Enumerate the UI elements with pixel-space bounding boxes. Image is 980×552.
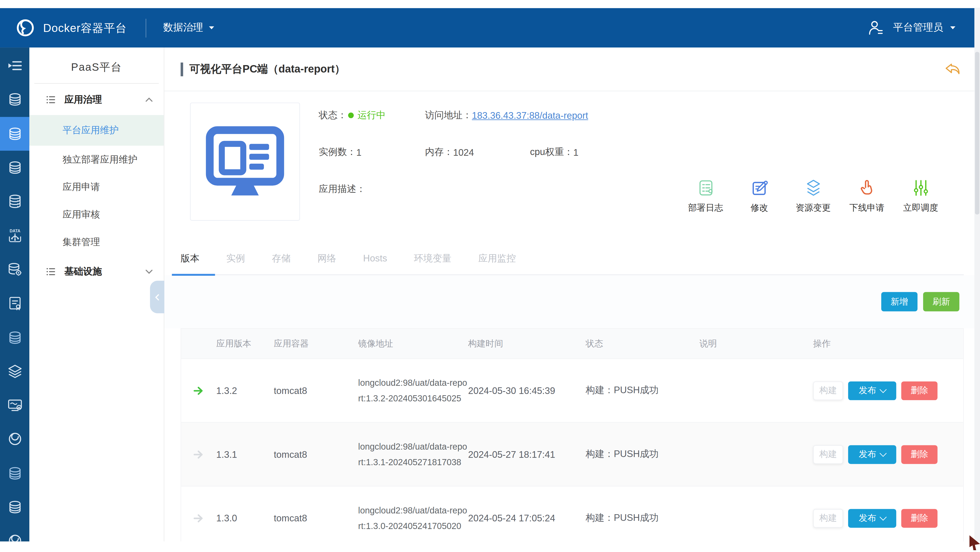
action-label: 立即调度	[903, 203, 938, 214]
sidebar-collapse-handle[interactable]	[150, 281, 164, 313]
data-flow-icon	[6, 228, 23, 244]
sidebar-item-label: 独立部署应用维护	[62, 153, 138, 166]
rail-item-database-4[interactable]	[0, 321, 29, 354]
add-button[interactable]: 新增	[881, 292, 918, 311]
edit-icon	[750, 178, 769, 198]
rail-item-database-6[interactable]	[0, 490, 29, 524]
table-row-version-1-3-0: 1.3.0 tomcat8 longcloud2:98/uat/data-rep…	[181, 486, 963, 542]
action-modify[interactable]: 修改	[741, 178, 777, 214]
cell-build-time: 2024-05-30 16:45:39	[468, 385, 585, 396]
cpu-value: 1	[573, 147, 578, 158]
build-button[interactable]: 构建	[813, 509, 843, 527]
database-icon	[6, 329, 23, 345]
delete-button[interactable]: 删除	[901, 445, 937, 463]
rail-item-database-2-active[interactable]	[0, 116, 29, 151]
sidebar-item-cluster-management[interactable]: 集群管理	[29, 228, 164, 256]
table-toolbar: 新增 刷新	[164, 275, 980, 328]
back-arrow-icon[interactable]	[944, 61, 961, 78]
publish-label: 发布	[859, 512, 877, 524]
rail-item-database-rack[interactable]	[0, 185, 29, 219]
publish-button[interactable]: 发布	[848, 381, 896, 400]
rail-item-swirl-1[interactable]	[0, 422, 29, 456]
sidebar-item-app-application[interactable]: 应用申请	[29, 173, 164, 201]
certificate-icon	[6, 295, 23, 311]
rail-item-database-3[interactable]	[0, 151, 29, 185]
action-label: 下线申请	[850, 203, 884, 214]
sidebar-group-infrastructure[interactable]: 基础设施	[29, 256, 164, 287]
action-deploy-log[interactable]: 部署日志	[687, 178, 724, 214]
app-actions: 部署日志 修改 资源变更 下线申请 立即调度	[670, 178, 939, 214]
monitor-gear-icon	[6, 397, 23, 413]
cell-status: 构建：PUSH成功	[586, 512, 700, 524]
cell-image: longcloud2:98/uat/data-report:1.3.1-2024…	[358, 439, 468, 470]
rail-item-monitor-gear[interactable]	[0, 388, 29, 422]
sidebar-item-platform-app-maintenance[interactable]: 平台应用维护	[29, 115, 164, 146]
tab-network[interactable]: 网络	[318, 252, 336, 265]
icon-rail	[0, 48, 29, 542]
rail-item-layers[interactable]	[0, 354, 29, 388]
cell-operations: 构建 发布 删除	[813, 445, 963, 463]
action-label: 修改	[751, 203, 768, 214]
tab-version[interactable]: 版本	[181, 252, 199, 265]
rail-item-database-1[interactable]	[0, 83, 29, 116]
swirl-icon	[6, 431, 23, 447]
tab-instance[interactable]: 实例	[226, 252, 245, 265]
publish-button[interactable]: 发布	[848, 445, 896, 463]
image-address: longcloud2:98/uat/data-report:1.3.0-2024…	[358, 505, 467, 531]
delete-button[interactable]: 删除	[901, 509, 937, 527]
sidebar-group-app-governance[interactable]: 应用治理	[29, 84, 164, 115]
tab-hosts[interactable]: Hosts	[363, 252, 387, 265]
nav-dropdown-data-governance[interactable]: 数据治理	[163, 21, 215, 34]
tab-storage[interactable]: 存储	[272, 252, 290, 265]
cell-image: longcloud2:98/uat/data-report:1.3.0-2024…	[358, 503, 468, 534]
instances-field: 实例数： 1	[319, 146, 361, 158]
cpu-label: cpu权重：	[530, 146, 573, 158]
rail-item-certificate[interactable]	[0, 286, 29, 321]
tab-env-variables[interactable]: 环境变量	[414, 252, 452, 265]
app-info-grid: 状态： 运行中 访问地址： 183.36.43.37:88/data-repor…	[319, 103, 980, 239]
rail-item-swirl-2[interactable]	[0, 524, 29, 542]
delete-button[interactable]: 删除	[901, 381, 937, 400]
rail-item-data-flow[interactable]	[0, 219, 29, 252]
build-button[interactable]: 构建	[813, 445, 843, 463]
chevron-left-icon	[153, 293, 161, 301]
action-offline-request[interactable]: 下线申请	[849, 178, 885, 214]
platform-logo-icon	[16, 18, 35, 38]
layers-icon	[6, 363, 23, 380]
vertical-scrollbar[interactable]	[974, 8, 980, 542]
rail-item-database-5[interactable]	[0, 456, 29, 490]
chevron-down-icon	[880, 386, 887, 393]
sidebar-group-label: 应用治理	[64, 93, 144, 105]
table-row-version-1-3-2: 1.3.2 tomcat8 longcloud2:98/uat/data-rep…	[181, 358, 963, 422]
rail-item-menu-toggle[interactable]	[0, 49, 29, 83]
access-url-link[interactable]: 183.36.43.37:88/data-report	[472, 110, 588, 121]
offline-request-icon	[857, 178, 877, 198]
info-row-2: 实例数： 1 内存： 1024 cpu权重： 1	[319, 146, 980, 160]
chevron-down-icon	[145, 266, 154, 276]
sidebar-item-label: 集群管理	[62, 236, 100, 248]
build-button[interactable]: 构建	[813, 381, 843, 400]
scrollbar-thumb[interactable]	[975, 52, 979, 214]
publish-button[interactable]: 发布	[848, 509, 896, 527]
column-header-container: 应用容器	[274, 338, 358, 349]
chevron-up-icon	[145, 95, 154, 104]
current-version-marker	[181, 384, 216, 397]
action-schedule-now[interactable]: 立即调度	[902, 178, 939, 214]
bottom-margin	[0, 542, 980, 552]
tab-app-monitoring[interactable]: 应用监控	[478, 252, 516, 265]
column-header-status: 状态	[586, 338, 700, 349]
list-icon	[45, 266, 57, 278]
memory-label: 内存：	[425, 146, 453, 158]
database-icon	[6, 160, 23, 176]
rail-item-database-gear[interactable]	[0, 252, 29, 286]
action-resource-change[interactable]: 资源变更	[795, 178, 831, 214]
cell-version: 1.3.0	[216, 513, 274, 523]
arrow-right-icon	[192, 384, 205, 397]
user-menu[interactable]: 平台管理员	[867, 19, 956, 37]
deploy-log-icon	[696, 178, 715, 198]
refresh-button[interactable]: 刷新	[923, 292, 959, 311]
column-header-note: 说明	[699, 338, 813, 349]
sidebar-item-app-review[interactable]: 应用审核	[29, 201, 164, 228]
sidebar-item-standalone-app-maintenance[interactable]: 独立部署应用维护	[29, 146, 164, 173]
sidebar-item-label: 应用审核	[62, 209, 100, 220]
